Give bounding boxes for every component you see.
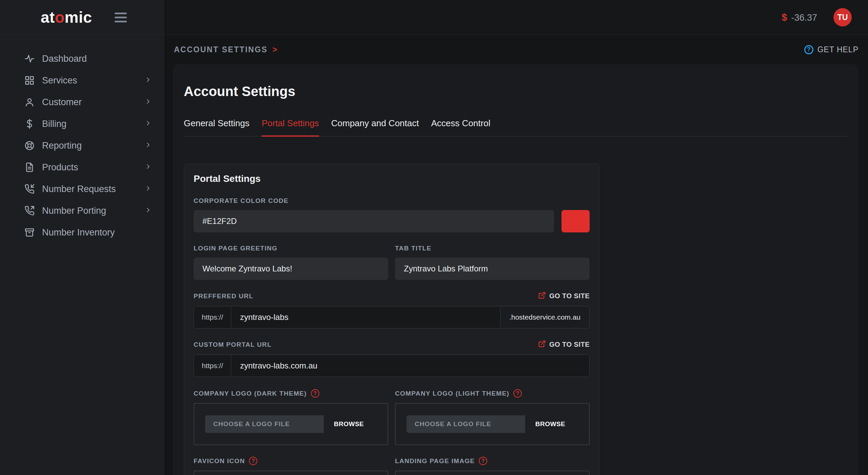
card-heading: Portal Settings [194, 173, 590, 184]
breadcrumb-bar: ACCOUNT SETTINGS > ? GET HELP [165, 35, 868, 64]
sidebar-item-label: Reporting [42, 140, 82, 151]
avatar[interactable]: TU [833, 8, 852, 26]
help-circle-icon[interactable]: ? [249, 457, 257, 465]
chevron-right-icon: > [272, 45, 277, 54]
breadcrumb[interactable]: ACCOUNT SETTINGS > [174, 45, 277, 54]
preferred-url-go-to-site-link[interactable]: GO TO SITE [538, 291, 590, 301]
company-logo-light-field: COMPANY LOGO (LIGHT THEME) ? CHOOSE A LO… [395, 389, 590, 445]
top-bar: $ -36.37 TU [165, 0, 868, 35]
grid-icon [24, 75, 35, 86]
file-picker[interactable]: CHOOSE A LOGO FILE BROWSE [205, 415, 374, 433]
login-greeting-label: LOGIN PAGE GREETING [194, 245, 388, 252]
content-panel: Account Settings General Settings Portal… [173, 64, 859, 475]
help-circle-icon: ? [804, 45, 813, 54]
url-scheme-prefix: https:// [194, 306, 231, 328]
landing-page-image-field: LANDING PAGE IMAGE ? CHOOSE AN IMAGE FIL… [395, 457, 590, 475]
menu-toggle-icon[interactable] [115, 13, 127, 22]
chevron-right-icon [144, 140, 152, 151]
company-logo-dark-label: COMPANY LOGO (DARK THEME) [194, 390, 307, 397]
company-logo-dark-dropzone[interactable]: CHOOSE A LOGO FILE BROWSE [194, 403, 388, 445]
custom-url-input[interactable] [231, 355, 589, 377]
landing-page-image-dropzone[interactable]: CHOOSE AN IMAGE FILE BROWSE [395, 471, 590, 475]
sidebar-item-services[interactable]: Services [0, 70, 165, 91]
help-circle-icon[interactable]: ? [513, 389, 522, 398]
favicon-label: FAVICON ICON [194, 457, 245, 465]
sidebar-item-products[interactable]: Products [0, 156, 165, 178]
favicon-dropzone[interactable]: CHOOSE AN ICON FILE BROWSE [194, 471, 388, 475]
chevron-right-icon [144, 75, 152, 86]
tab-general-settings[interactable]: General Settings [184, 118, 250, 136]
color-swatch[interactable] [561, 210, 590, 232]
help-circle-icon[interactable]: ? [479, 457, 487, 465]
go-to-site-label: GO TO SITE [549, 292, 590, 300]
preferred-url-label: PREFFERED URL [194, 292, 253, 300]
external-link-icon [538, 340, 546, 349]
sidebar-item-label: Dashboard [42, 54, 87, 64]
custom-url-go-to-site-link[interactable]: GO TO SITE [538, 340, 590, 349]
file-placeholder: CHOOSE A LOGO FILE [205, 415, 324, 433]
settings-tabs: General Settings Portal Settings Company… [184, 118, 848, 136]
lifebuoy-icon [24, 140, 35, 151]
sidebar-item-label: Customer [42, 97, 82, 108]
color-code-input[interactable] [194, 210, 554, 232]
login-greeting-input[interactable] [194, 258, 388, 280]
tab-company-and-contact[interactable]: Company and Contact [331, 118, 419, 136]
logo-o-mark: o [55, 8, 65, 26]
sidebar-item-number-requests[interactable]: Number Requests [0, 178, 165, 200]
url-domain-suffix: .hostedservice.com.au [500, 306, 590, 328]
sidebar-item-dashboard[interactable]: Dashboard [0, 48, 165, 70]
external-link-icon [538, 291, 546, 301]
tab-access-control[interactable]: Access Control [431, 118, 490, 136]
main-area: ACCOUNT SETTINGS > ? GET HELP Account Se… [165, 35, 868, 475]
color-code-label-row: CORPORATE COLOR CODE [194, 197, 590, 205]
phone-outgoing-icon [24, 206, 35, 216]
sidebar-item-label: Services [42, 75, 77, 86]
custom-url-group: https:// [194, 355, 590, 377]
tab-title-label: TAB TITLE [395, 245, 590, 252]
tab-title-input[interactable] [395, 258, 590, 280]
sidebar-item-label: Number Requests [42, 184, 116, 194]
browse-button[interactable]: BROWSE [324, 415, 374, 433]
sidebar-item-reporting[interactable]: Reporting [0, 135, 165, 156]
landing-page-image-label: LANDING PAGE IMAGE [395, 457, 475, 465]
tab-title-field: TAB TITLE [395, 245, 590, 280]
dollar-icon [24, 119, 35, 129]
go-to-site-label: GO TO SITE [549, 341, 590, 348]
color-code-label: CORPORATE COLOR CODE [194, 197, 289, 205]
sidebar-item-number-inventory[interactable]: Number Inventory [0, 222, 165, 243]
sidebar-item-label: Number Inventory [42, 227, 115, 238]
dollar-icon: $ [782, 12, 787, 23]
file-picker[interactable]: CHOOSE A LOGO FILE BROWSE [407, 415, 575, 433]
activity-icon [24, 54, 35, 64]
greeting-row: LOGIN PAGE GREETING TAB TITLE [194, 245, 590, 280]
company-logo-light-dropzone[interactable]: CHOOSE A LOGO FILE BROWSE [395, 403, 590, 445]
portal-settings-card: Portal Settings CORPORATE COLOR CODE LOG… [184, 164, 599, 475]
browse-button[interactable]: BROWSE [525, 415, 575, 433]
sidebar-item-customer[interactable]: Customer [0, 91, 165, 113]
color-code-row [194, 210, 590, 232]
custom-url-label-row: CUSTOM PORTAL URL GO TO SITE [194, 340, 590, 349]
sidebar-item-label: Number Porting [42, 206, 106, 216]
chevron-right-icon [144, 162, 152, 173]
favicon-field: FAVICON ICON ? CHOOSE AN ICON FILE BROWS… [194, 457, 388, 475]
sidebar-nav: Dashboard Services Customer Billing Repo… [0, 35, 165, 475]
phone-incoming-icon [24, 184, 35, 194]
tab-portal-settings[interactable]: Portal Settings [262, 118, 319, 136]
document-icon [24, 162, 35, 172]
sidebar-item-billing[interactable]: Billing [0, 113, 165, 135]
custom-url-label: CUSTOM PORTAL URL [194, 341, 272, 348]
preferred-url-group: https:// .hostedservice.com.au [194, 306, 590, 328]
sidebar-item-number-porting[interactable]: Number Porting [0, 200, 165, 222]
sidebar-item-label: Products [42, 162, 78, 173]
logo-text-at: at [41, 8, 55, 26]
file-placeholder: CHOOSE A LOGO FILE [407, 415, 525, 433]
atomic-logo: atomic [41, 8, 92, 26]
url-scheme-prefix: https:// [194, 355, 231, 377]
preferred-url-input[interactable] [231, 306, 500, 328]
page-title: Account Settings [184, 84, 848, 99]
archive-icon [24, 227, 35, 238]
get-help-label: GET HELP [817, 45, 859, 54]
get-help-button[interactable]: ? GET HELP [804, 45, 859, 54]
help-circle-icon[interactable]: ? [311, 389, 319, 398]
balance-amount: -36.37 [791, 13, 817, 23]
